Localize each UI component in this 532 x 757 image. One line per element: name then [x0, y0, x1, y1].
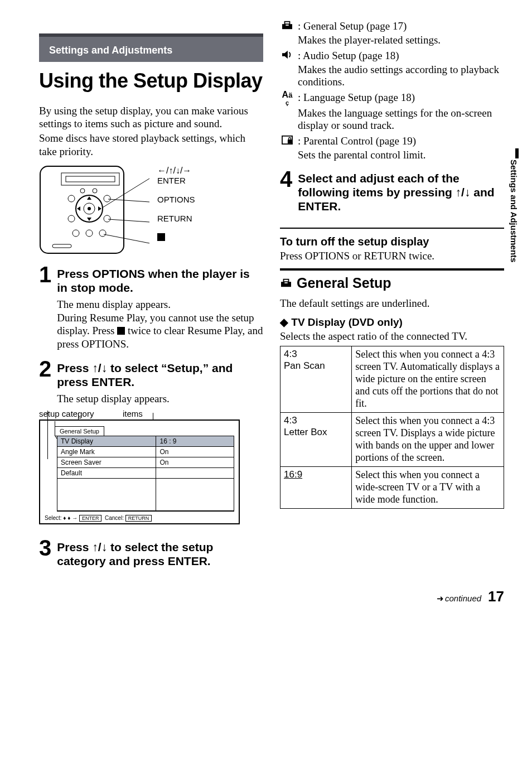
- table-row-empty: [57, 479, 234, 511]
- svg-point-4: [93, 189, 97, 193]
- cell: On: [156, 457, 234, 468]
- step-4-title: Select and adjust each of the following …: [298, 171, 504, 214]
- label-items: items: [123, 409, 143, 418]
- step-2-desc: The setup display appears.: [57, 392, 263, 406]
- speaker-icon: [280, 50, 294, 62]
- remote-diagram: ←/↑/↓/→ ENTER OPTIONS RETURN: [39, 165, 263, 254]
- remote-label-return: RETURN: [157, 214, 195, 224]
- opt-line1: 4:3: [284, 415, 297, 426]
- svg-point-12: [68, 195, 75, 202]
- remote-label-directions: ←/↑/↓/→ ENTER: [157, 165, 195, 186]
- table-row: 16:9 Select this when you connect a wide…: [280, 466, 504, 508]
- icon-item-name: : Audio Setup (page 18): [298, 50, 504, 62]
- arrow-down-icon: ♦: [67, 515, 70, 521]
- step-2-num: 2: [39, 359, 51, 379]
- footer-cancel-label: Cancel:: [105, 515, 124, 521]
- section-header: Settings and Adjustments: [39, 33, 263, 62]
- cell: [156, 468, 234, 479]
- opt-line2: Letter Box: [284, 427, 327, 437]
- step-3-num: 3: [39, 538, 51, 558]
- svg-rect-25: [285, 22, 290, 25]
- general-setup-heading: General Setup: [280, 275, 504, 291]
- svg-point-14: [68, 215, 75, 222]
- page-number: 17: [488, 588, 504, 605]
- stop-icon: [157, 233, 165, 241]
- enter-key-box: ENTER: [79, 515, 102, 522]
- svg-point-18: [99, 230, 106, 237]
- setup-fig-header-labels: setup category items: [39, 409, 263, 418]
- cell: Screen Saver: [57, 457, 156, 468]
- setup-category-list: : General Setup (page 17) Makes the play…: [280, 20, 504, 161]
- setup-tab: General Setup: [55, 426, 104, 436]
- intro-p2: Some discs have stored playback settings…: [39, 132, 263, 158]
- step-3: 3 Press ↑/↓ to select the setup category…: [39, 538, 263, 571]
- list-item: : General Setup (page 17): [280, 20, 504, 33]
- remote-label-stop: [157, 233, 195, 243]
- remote-label-options: OPTIONS: [157, 195, 195, 205]
- direction-arrows: ←/↑/↓/→: [157, 166, 191, 175]
- step-2-title: Press ↑/↓ to select “Setup,” and press E…: [57, 361, 263, 389]
- icon-item-name: : Language Setup (page 18): [298, 91, 504, 104]
- remote-svg: [39, 165, 151, 254]
- left-column: Settings and Adjustments Using the Setup…: [39, 17, 263, 571]
- step-1-desc-a: The menu display appears.: [57, 298, 171, 310]
- list-item: : Parental Control (page 19): [280, 135, 504, 148]
- cell: 16 : 9: [156, 436, 234, 447]
- step-1-title: Press OPTIONS when the player is in stop…: [57, 267, 263, 295]
- arrow-up-icon: ♦: [63, 515, 66, 521]
- opt-line1: 4:3: [284, 349, 297, 359]
- arrow-right-icon: →: [72, 515, 78, 521]
- icon-item-desc: Makes the language settings for the on-s…: [298, 107, 504, 132]
- list-item: Aäç : Language Setup (page 18): [280, 91, 504, 106]
- svg-point-15: [104, 215, 110, 222]
- tv-display-head-text: TV Display (DVD only): [291, 316, 403, 328]
- icon-item-desc: Sets the parental control limit.: [298, 149, 504, 161]
- toolbox-icon: [280, 20, 294, 33]
- table-row: Angle Mark On: [57, 447, 234, 457]
- turn-off-heading: To turn off the setup display: [280, 235, 504, 248]
- general-setup-intro: The default settings are underlined.: [280, 297, 504, 310]
- turn-off-body: Press OPTIONS or RETURN twice.: [280, 249, 504, 263]
- icon-label-text: Audio Setup (page 18): [303, 50, 399, 61]
- table-row: Default: [57, 468, 234, 479]
- svg-rect-19: [52, 244, 71, 248]
- table-row: TV Display 16 : 9: [57, 436, 234, 447]
- step-4-num: 4: [280, 169, 292, 189]
- icon-item-desc: Makes the audio settings according to pl…: [298, 64, 504, 88]
- step-4: 4 Select and adjust each of the followin…: [280, 169, 504, 217]
- side-tab: Settings and Adjustments: [509, 160, 519, 262]
- lock-icon: [280, 135, 294, 148]
- svg-rect-32: [284, 283, 287, 284]
- step-1-desc: The menu display appears. During Resume …: [57, 298, 263, 351]
- svg-rect-29: [288, 139, 292, 143]
- page-footer: continued 17: [39, 588, 504, 605]
- step-1: 1 Press OPTIONS when the player is in st…: [39, 264, 263, 351]
- list-item: : Audio Setup (page 18): [280, 50, 504, 62]
- option-desc: Select this when you connect a 4:3 scree…: [352, 346, 504, 413]
- cell: Angle Mark: [57, 447, 156, 457]
- svg-rect-26: [286, 25, 288, 26]
- icon-item-desc: Makes the player-related settings.: [298, 34, 504, 46]
- side-tab-stub: [515, 148, 519, 158]
- intro-text: By using the setup display, you can make…: [39, 104, 263, 158]
- table-row: 4:3 Letter Box Select this when you conn…: [280, 413, 504, 467]
- return-key-box: RETURN: [125, 515, 152, 522]
- svg-rect-31: [284, 279, 289, 282]
- intro-p1: By using the setup display, you can make…: [39, 104, 263, 131]
- remote-label-enter: ENTER: [157, 176, 186, 185]
- icon-label-text: Language Setup (page 18): [303, 91, 415, 103]
- opt-line1: 16:9: [284, 469, 302, 480]
- svg-point-13: [104, 195, 110, 202]
- cell: TV Display: [57, 436, 156, 447]
- icon-item-name: : General Setup (page 17): [298, 20, 504, 32]
- table-row: 4:3 Pan Scan Select this when you connec…: [280, 346, 504, 413]
- svg-point-7: [88, 207, 91, 210]
- svg-marker-27: [282, 51, 288, 59]
- page-title: Using the Setup Display: [39, 70, 263, 92]
- setup-fig-footer: Select: ♦ ♦ → ENTER Cancel: RETURN: [40, 512, 239, 523]
- section-rule: [280, 268, 504, 271]
- step-2: 2 Press ↑/↓ to select “Setup,” and press…: [39, 359, 263, 406]
- divider: [280, 228, 504, 229]
- cell: On: [156, 447, 234, 457]
- option-desc: Select this when you connect a 4:3 scree…: [352, 413, 504, 467]
